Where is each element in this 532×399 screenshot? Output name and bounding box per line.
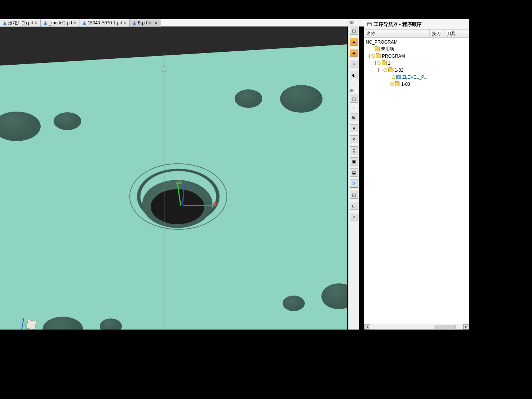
- tool-button-1[interactable]: ◫: [350, 27, 358, 35]
- bulb-icon: [377, 61, 381, 65]
- restore-icon[interactable]: ⧉: [35, 21, 37, 25]
- 3d-viewport[interactable]: XM YM X Y: [0, 27, 347, 330]
- tool-button-5[interactable]: ◐: [350, 71, 358, 79]
- toolbar-expander[interactable]: ▾: [350, 224, 358, 228]
- mcs-y-label: YM: [176, 180, 183, 185]
- tool-button-12[interactable]: ⬓: [350, 168, 358, 177]
- tool-button-9[interactable]: ✕: [350, 135, 358, 143]
- tab-label: 滚花片(1).prt: [8, 20, 33, 26]
- cursor-crosshair-v: [164, 52, 164, 330]
- tab-file-3[interactable]: 15043-A070-1.prt ⧉: [79, 19, 129, 27]
- bulb-icon: [392, 75, 395, 79]
- tab-label: 15043-A070-1.prt: [88, 20, 122, 25]
- scroll-left-arrow[interactable]: ◀: [364, 324, 370, 330]
- tool-button-verify[interactable]: V: [350, 180, 358, 188]
- node-label: NC_PROGRAM: [366, 40, 398, 45]
- restore-icon[interactable]: ⧉: [124, 21, 126, 25]
- collapse-icon[interactable]: −: [372, 61, 376, 65]
- folder-icon: [375, 47, 380, 51]
- restore-icon[interactable]: ⧉: [74, 21, 76, 25]
- tool-button-10[interactable]: ⟨⟩: [350, 146, 358, 154]
- mcs-y-axis: [177, 182, 181, 206]
- tab-label: _model2.prt: [49, 20, 72, 25]
- column-name[interactable]: 名称: [364, 30, 430, 37]
- restore-icon[interactable]: ⧉: [149, 21, 151, 25]
- node-label: ZLEVEL_P...: [402, 75, 427, 80]
- wcs-y-label: Y: [22, 318, 24, 321]
- operation-navigator-panel: 工序导航器 - 程序顺序 名称 换刀 刀具 NC_PROGRAM 未用项 − P…: [364, 19, 469, 330]
- toolbar-grip[interactable]: [350, 89, 358, 92]
- tree-operation-zlevel[interactable]: ◐ ZLEVEL_P... H-D10铬: [364, 74, 469, 81]
- close-icon[interactable]: ✕: [154, 20, 158, 25]
- tab-file-4[interactable]: B.prt ⧉ ✕: [130, 19, 161, 27]
- tool-button-7[interactable]: ⊞: [350, 113, 358, 121]
- tree-group-1-03[interactable]: 1-03: [364, 81, 469, 88]
- navigator-title: 工序导航器 - 程序顺序: [374, 21, 422, 28]
- bulb-icon: [390, 82, 394, 86]
- tool-button-3[interactable]: ◈: [350, 49, 358, 57]
- tool-button-8[interactable]: ⟩⟨: [350, 124, 358, 132]
- mcs-x-axis: [183, 205, 216, 206]
- toolbar-grip[interactable]: [350, 21, 358, 24]
- model-hole: [54, 112, 81, 130]
- tool-button-11[interactable]: ▣: [350, 157, 358, 166]
- tool-button-14[interactable]: ⊡: [350, 202, 358, 210]
- scroll-thumb[interactable]: [434, 325, 456, 329]
- toolbar-expander[interactable]: ▾: [350, 82, 358, 86]
- part-icon: [133, 21, 136, 25]
- horizontal-scrollbar[interactable]: ◀ ▶: [364, 324, 469, 330]
- node-label: 1-03: [401, 82, 410, 87]
- program-tree: NC_PROGRAM 未用项 − PROGRAM − 1 −: [364, 38, 469, 88]
- tree-program[interactable]: − PROGRAM: [364, 52, 469, 59]
- cursor-crosshair-h: [0, 68, 347, 68]
- tool-button-13[interactable]: ◱: [350, 191, 358, 199]
- navigator-column-headers: 名称 换刀 刀具: [364, 30, 469, 38]
- node-label: 1-02: [395, 68, 403, 73]
- part-icon: [3, 21, 7, 25]
- tree-unused[interactable]: 未用项: [364, 45, 469, 52]
- collapse-icon[interactable]: −: [378, 68, 382, 72]
- mcs-x-label: XM: [212, 202, 219, 206]
- mcs-triad[interactable]: XM YM: [175, 182, 220, 211]
- node-label: 未用项: [381, 46, 394, 52]
- scroll-track[interactable]: [370, 324, 463, 330]
- tool-button-15[interactable]: ⤶: [350, 213, 358, 221]
- toolbar-expander[interactable]: ▾: [350, 106, 358, 110]
- node-label: PROGRAM: [382, 54, 405, 59]
- part-icon: [44, 21, 47, 25]
- tool-button-4[interactable]: ≈: [350, 60, 358, 68]
- folder-icon: [395, 82, 400, 86]
- bulb-icon: [371, 54, 375, 58]
- node-label: 1: [388, 61, 391, 66]
- folder-icon: [388, 68, 393, 72]
- navigator-header: 工序导航器 - 程序顺序: [364, 19, 469, 30]
- scroll-right-arrow[interactable]: ▶: [463, 324, 469, 330]
- tab-label: B.prt: [138, 20, 147, 25]
- tab-file-1[interactable]: 滚花片(1).prt ⧉: [0, 19, 41, 27]
- model-hole: [283, 296, 305, 311]
- column-toolchange[interactable]: 换刀: [430, 30, 444, 37]
- tree-root[interactable]: NC_PROGRAM: [364, 38, 469, 45]
- bulb-icon: [383, 68, 387, 72]
- navigator-tree: NC_PROGRAM 未用项 − PROGRAM − 1 −: [364, 38, 469, 322]
- tool-button-2[interactable]: ⬙: [350, 38, 358, 46]
- column-tool[interactable]: 刀具: [444, 30, 469, 37]
- model-hole: [280, 85, 323, 113]
- tab-file-2[interactable]: _model2.prt ⧉: [41, 19, 79, 27]
- cursor-reticle: [161, 65, 167, 72]
- window-icon: [367, 23, 372, 26]
- mcs-z-axis: [182, 185, 185, 205]
- tree-group-1-02[interactable]: − 1-02: [364, 66, 469, 74]
- folder-icon: [376, 54, 381, 58]
- tree-group-1[interactable]: − 1: [364, 59, 469, 66]
- part-icon: [82, 21, 86, 25]
- tool-button-6[interactable]: ⬚: [350, 95, 358, 103]
- model-hole: [235, 89, 262, 108]
- wcs-origin-cube: [26, 320, 37, 330]
- collapse-icon[interactable]: −: [366, 54, 370, 58]
- folder-icon: [382, 61, 387, 65]
- operation-icon: ◐: [396, 75, 401, 79]
- right-toolbar: ◫ ⬙ ◈ ≈ ◐ ▾ ⬚ ▾ ⊞ ⟩⟨ ✕ ⟨⟩ ▣ ⬓ V ◱ ⊡ ⤶ ▾: [348, 19, 359, 330]
- wcs-triad[interactable]: X Y: [20, 318, 41, 330]
